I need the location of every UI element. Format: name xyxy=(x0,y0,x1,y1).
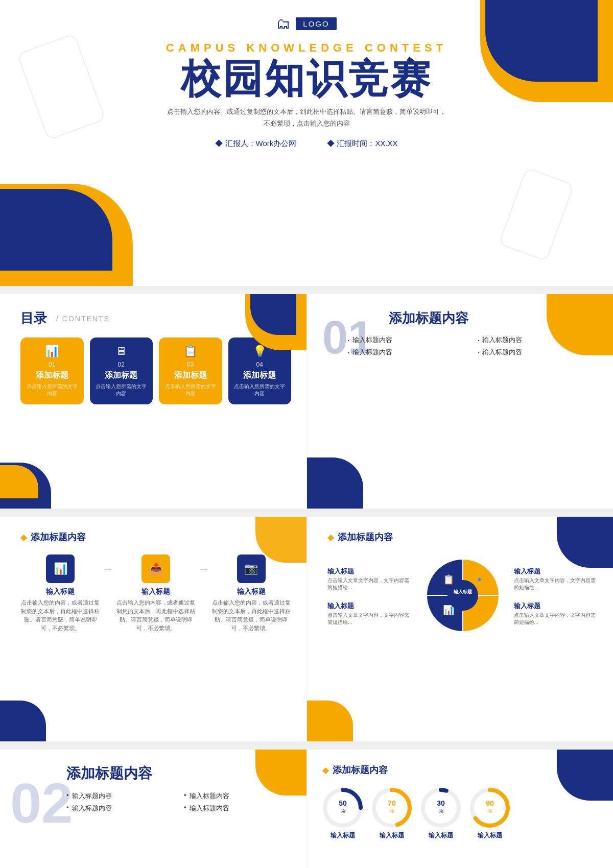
diagram-label-title: 输入标题 xyxy=(327,567,412,576)
slide2-left: 目录 / CONTENTS 📊 01 添加标题 点击输入您所需的文字内容 🖥 0… xyxy=(0,294,306,509)
s2r-deco-blue-bl xyxy=(307,457,363,509)
slide4-left-title: 添加标题内容 xyxy=(66,764,291,783)
flow-label: 输入标题 xyxy=(46,587,75,596)
card-num: 03 xyxy=(164,361,217,368)
slide2-right: 01 添加标题内容 •输入标题内容•输入标题内容•输入标题内容•输入标题内容 xyxy=(306,294,613,509)
progress-circle: 70 % xyxy=(371,787,412,828)
slide-3: ◆ 添加标题内容 📊 输入标题 点击输入您的内容，或者通过复制您的文本后，再此框… xyxy=(0,517,613,741)
reporter-info: ◆ 汇报人：Work办公网 xyxy=(215,139,296,149)
svg-text:%: % xyxy=(488,808,492,814)
progress-circle: 90 % xyxy=(469,787,510,828)
logo-box: LOGO xyxy=(296,17,336,30)
content-card-1: 📊 01 添加标题 点击输入您所需的文字内容 xyxy=(20,337,84,404)
slide4-bullet-list: •输入标题内容•输入标题内容•输入标题内容•输入标题内容 xyxy=(66,791,291,813)
flow-desc: 点击输入您的内容，或者通过复制您的文本后，再此框中选择粘贴。请言简意赅，简单说明… xyxy=(211,598,291,632)
svg-text:📋: 📋 xyxy=(443,574,455,585)
card-desc: 点击输入您所需的文字内容 xyxy=(26,383,79,397)
slide-1: 🗂 LOGO CAMPUS KNOWLEDGE CONTEST 校园知识竞赛 点… xyxy=(0,0,613,286)
diagram-label: 输入标题 点击输入文章文字内容，文字内容需简短描绘... xyxy=(327,601,412,626)
diagram-label-desc: 点击输入文章文字内容，文字内容需简短描绘... xyxy=(514,577,598,591)
slide-2: 目录 / CONTENTS 📊 01 添加标题 点击输入您所需的文字内容 🖥 0… xyxy=(0,294,613,509)
progress-item: 90 % 输入标题 xyxy=(469,787,510,840)
slide4-left: 02 添加标题内容 •输入标题内容•输入标题内容•输入标题内容•输入标题内容 xyxy=(0,750,306,868)
flow-label: 输入标题 xyxy=(237,587,266,596)
diagram-label: 输入标题 点击输入文章文字内容，文字内容需简短描绘... xyxy=(514,601,598,626)
flow-icon-box: 📤 xyxy=(142,554,170,583)
diagram-label-title: 输入标题 xyxy=(327,601,412,611)
slide3-left: ◆ 添加标题内容 📊 输入标题 点击输入您的内容，或者通过复制您的文本后，再此框… xyxy=(0,517,306,741)
flow-item-1: 📊 输入标题 点击输入您的内容，或者通过复制您的文本后，再此框中选择粘贴。请言简… xyxy=(20,554,101,632)
diagram-label-title: 输入标题 xyxy=(514,601,598,611)
svg-point-8 xyxy=(447,580,478,611)
logo-bar: 🗂 LOGO xyxy=(276,15,336,32)
card-label: 添加标题 xyxy=(164,370,217,381)
flow-desc: 点击输入您的内容，或者通过复制您的文本后，再此框中选择粘贴。请言简意赅，简单说明… xyxy=(116,598,196,632)
svg-text:%: % xyxy=(439,808,443,814)
diagram-labels-left: 输入标题 点击输入文章文字内容，文字内容需简短描绘... 输入标题 点击输入文章… xyxy=(327,567,412,626)
diagram-label-desc: 点击输入文章文字内容，文字内容需简短描绘... xyxy=(327,612,412,626)
card-desc: 点击输入您所需的文字内容 xyxy=(164,383,217,397)
bullet-dot: • xyxy=(184,804,186,813)
content-card-3: 📋 03 添加标题 点击输入您所需的文字内容 xyxy=(159,337,222,404)
s4-bullet-item: •输入标题内容 xyxy=(66,804,174,813)
svg-text:输入标题: 输入标题 xyxy=(453,589,473,594)
card-icon: 📋 xyxy=(164,345,217,358)
progress-item: 70 % 输入标题 xyxy=(371,787,412,840)
svg-text:50: 50 xyxy=(339,799,347,807)
flow-icon-box: 📷 xyxy=(237,554,266,583)
big-number-01: 01 xyxy=(322,315,373,360)
flow-label: 输入标题 xyxy=(142,587,170,596)
slide-4: 02 添加标题内容 •输入标题内容•输入标题内容•输入标题内容•输入标题内容 ◆… xyxy=(0,750,613,868)
flow-item-2: 📤 输入标题 点击输入您的内容，或者通过复制您的文本后，再此框中选择粘贴。请言简… xyxy=(116,554,196,632)
progress-svg: 70 % xyxy=(371,787,412,828)
subtitle-en: CAMPUS KNOWLEDGE CONTEST xyxy=(166,41,447,55)
diagram-label: 输入标题 点击输入文章文字内容，文字内容需简短描绘... xyxy=(514,567,598,591)
svg-text:%: % xyxy=(341,808,345,814)
progress-svg: 30 % xyxy=(420,787,461,828)
progress-svg: 50 % xyxy=(322,787,363,828)
svg-text:70: 70 xyxy=(388,799,396,807)
s4-bullet-item: •输入标题内容 xyxy=(184,804,291,813)
description: 点击输入您的内容。或通过复制您的文本后，到此框中选择粘贴。请言简意赅，简单说明即… xyxy=(167,106,446,130)
contents-cards: 📊 01 添加标题 点击输入您所需的文字内容 🖥 02 添加标题 点击输入您所需… xyxy=(20,337,291,404)
card-icon: 📊 xyxy=(26,345,79,358)
diagram-labels-right: 输入标题 点击输入文章文字内容，文字内容需简短描绘... 输入标题 点击输入文章… xyxy=(514,567,598,626)
progress-label: 输入标题 xyxy=(478,831,502,840)
card-num: 02 xyxy=(95,361,148,368)
card-label: 添加标题 xyxy=(233,370,287,381)
svg-text:%: % xyxy=(390,808,394,814)
card-label: 添加标题 xyxy=(26,370,79,381)
card-label: 添加标题 xyxy=(95,370,148,381)
slide4-right: ◆ 添加标题内容 50 % 输入标题 70 % 输入标题 xyxy=(306,750,613,868)
diagram-label: 输入标题 点击输入文章文字内容，文字内容需简短描绘... xyxy=(327,567,412,591)
flow-item-3: 📷 输入标题 点击输入您的内容，或者通过复制您的文本后，再此框中选择粘贴。请言简… xyxy=(211,554,291,632)
time-info: ◆ 汇报时间：XX.XX xyxy=(327,139,397,149)
diamond-icon-s4r: ◆ xyxy=(322,765,328,775)
progress-item: 30 % 输入标题 xyxy=(420,787,461,840)
flow-arrow: → xyxy=(196,563,211,576)
card-icon: 🖥 xyxy=(95,345,148,358)
flow-row: 📊 输入标题 点击输入您的内容，或者通过复制您的文本后，再此框中选择粘贴。请言简… xyxy=(20,554,291,632)
card-num: 04 xyxy=(233,361,287,368)
diagram-label-title: 输入标题 xyxy=(514,567,598,576)
big-number-02: 02 xyxy=(10,775,73,831)
pie-chart: 📋 📊 🔹 🔸 输入标题 xyxy=(422,554,504,638)
s3l-deco-bl xyxy=(0,701,46,741)
flow-desc: 点击输入您的内容，或者通过复制您的文本后，再此框中选择粘贴。请言简意赅，简单说明… xyxy=(20,598,101,632)
progress-label: 输入标题 xyxy=(380,831,404,840)
progress-item: 50 % 输入标题 xyxy=(322,787,363,840)
slide3-right: ◆ 添加标题内容 输入标题 点击输入文章文字内容，文字内容需简短描绘... 输入… xyxy=(306,517,613,741)
s3r-deco-bl xyxy=(307,701,353,741)
slide1-content: 🗂 LOGO CAMPUS KNOWLEDGE CONTEST 校园知识竞赛 点… xyxy=(0,0,613,149)
svg-text:30: 30 xyxy=(437,799,445,807)
card-desc: 点击输入您所需的文字内容 xyxy=(95,383,148,397)
title-cn: 校园知识竞赛 xyxy=(181,59,432,99)
progress-grid: 50 % 输入标题 70 % 输入标题 30 % 输入标题 xyxy=(322,787,598,840)
bullet-dot: • xyxy=(66,791,69,801)
content-card-2: 🖥 02 添加标题 点击输入您所需的文字内容 xyxy=(90,337,153,404)
flow-icon-box: 📊 xyxy=(46,554,75,583)
progress-circle: 30 % xyxy=(420,787,461,828)
progress-label: 输入标题 xyxy=(331,831,355,840)
diamond-icon: ◆ xyxy=(20,533,27,542)
diagram-label-desc: 点击输入文章文字内容，文字内容需简短描绘... xyxy=(327,577,412,591)
